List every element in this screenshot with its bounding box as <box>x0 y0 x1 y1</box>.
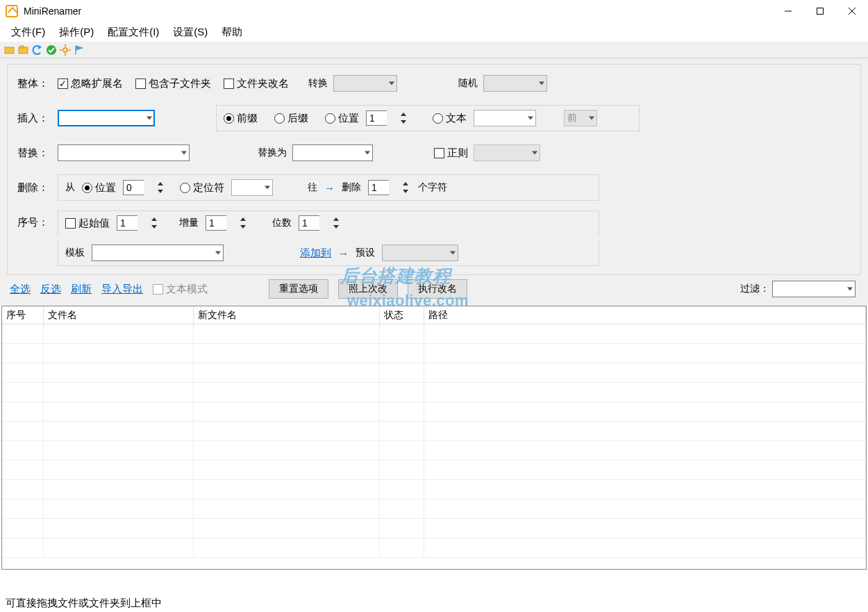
label-step: 增量 <box>179 217 199 229</box>
check-icon[interactable] <box>46 44 57 56</box>
num-insert-pos[interactable]: 1 <box>366 110 387 126</box>
btn-reset[interactable]: 重置选项 <box>269 279 328 299</box>
table-row[interactable] <box>2 480 866 499</box>
chk-rename-folder[interactable]: 文件夹改名 <box>224 77 289 90</box>
table-row[interactable] <box>2 383 866 402</box>
radio-position[interactable]: 位置 <box>325 112 359 125</box>
spin-step[interactable] <box>237 215 249 231</box>
combo-insert[interactable] <box>58 110 155 126</box>
label-preset: 预设 <box>356 247 375 259</box>
radio-text[interactable]: 文本 <box>433 112 467 125</box>
chk-text-mode[interactable]: 文本模式 <box>153 283 208 296</box>
table-header: 序号 文件名 新文件名 状态 路径 <box>2 306 866 324</box>
table-row[interactable] <box>2 402 866 422</box>
table-row[interactable] <box>2 519 866 538</box>
menu-file[interactable]: 文件(F) <box>6 24 51 40</box>
table-row[interactable] <box>2 499 866 519</box>
num-step[interactable]: 1 <box>206 215 226 231</box>
table-row[interactable] <box>2 461 866 480</box>
filter-group: 过滤 <box>740 281 856 297</box>
titlebar: MiniRenamer <box>0 0 868 22</box>
spin-del-count[interactable] <box>400 180 411 195</box>
maximize-button[interactable] <box>804 0 836 22</box>
menu-settings[interactable]: 设置(S) <box>167 24 213 40</box>
menu-profile[interactable]: 配置文件(I) <box>102 24 165 40</box>
th-seq[interactable]: 序号 <box>2 306 44 324</box>
menu-help[interactable]: 帮助 <box>216 24 248 40</box>
radio-locator[interactable]: 定位符 <box>180 181 224 195</box>
minimize-button[interactable] <box>772 0 804 22</box>
th-newname[interactable]: 新文件名 <box>194 306 380 324</box>
table-row[interactable] <box>2 363 866 383</box>
statusbar: 可直接拖拽文件或文件夹到上框中 <box>0 595 868 612</box>
combo-regex[interactable] <box>474 144 540 161</box>
seq-group2: 模板 添加到 → 预设 <box>58 240 599 266</box>
table-body[interactable] <box>2 324 866 558</box>
radio-prefix[interactable]: 前缀 <box>224 112 258 125</box>
th-status[interactable]: 状态 <box>380 306 424 324</box>
th-path[interactable]: 路径 <box>424 306 866 324</box>
link-select-all[interactable]: 全选 <box>10 283 31 296</box>
label-seq: 序号 <box>17 216 52 229</box>
menu-ops[interactable]: 操作(P) <box>53 24 99 40</box>
insert-group: 前缀 后缀 位置 1 文本 前 <box>216 105 640 131</box>
status-hint: 可直接拖拽文件或文件夹到上框中 <box>6 597 162 609</box>
num-start[interactable]: 1 <box>117 215 137 231</box>
spin-del-pos[interactable] <box>155 180 166 195</box>
spin-digits[interactable] <box>331 215 342 231</box>
link-invert[interactable]: 反选 <box>40 283 61 296</box>
row-seq2: 模板 添加到 → 预设 <box>17 240 851 266</box>
combo-locator[interactable] <box>231 179 273 196</box>
combo-convert[interactable] <box>333 75 397 92</box>
folder-icon[interactable] <box>4 44 15 56</box>
combo-replace-from[interactable] <box>58 144 190 161</box>
num-del-pos[interactable]: 0 <box>123 180 144 195</box>
radio-del-pos[interactable]: 位置 <box>82 181 116 195</box>
label-insert: 插入 <box>17 112 52 125</box>
link-group: 全选 反选 刷新 导入导出 <box>10 283 143 296</box>
gear-icon[interactable] <box>60 44 71 56</box>
label-del: 删除 <box>342 181 361 194</box>
row-overall: 整体 忽略扩展名 包含子文件夹 文件夹改名 转换 随机 <box>17 72 851 95</box>
arrow-right-icon[interactable]: → <box>324 182 335 194</box>
table-row[interactable] <box>2 422 866 441</box>
btn-execute[interactable]: 执行改名 <box>408 279 467 299</box>
arrow-icon-2: → <box>338 247 349 259</box>
delete-group: 从 位置 0 定位符 往 → 删除 1 个字符 <box>58 174 599 201</box>
link-import-export[interactable]: 导入导出 <box>101 283 143 296</box>
chk-ignore-ext[interactable]: 忽略扩展名 <box>58 77 123 90</box>
svg-point-9 <box>63 48 67 52</box>
num-digits[interactable]: 1 <box>299 215 319 231</box>
combo-filter[interactable] <box>772 281 856 297</box>
combo-template[interactable] <box>92 245 224 261</box>
label-replace: 替换 <box>17 147 52 160</box>
table-row[interactable] <box>2 344 866 363</box>
folder2-icon[interactable] <box>18 44 29 56</box>
radio-suffix[interactable]: 后缀 <box>274 112 308 125</box>
svg-point-8 <box>47 45 56 55</box>
chk-regex[interactable]: 正则 <box>434 147 468 160</box>
flag-icon[interactable] <box>74 44 85 56</box>
menubar: 文件(F) 操作(P) 配置文件(I) 设置(S) 帮助 <box>0 22 868 42</box>
num-del-count[interactable]: 1 <box>368 180 389 195</box>
undo-icon[interactable] <box>32 44 43 56</box>
spin-start[interactable] <box>149 215 160 231</box>
table-row[interactable] <box>2 538 866 558</box>
combo-insert-text[interactable] <box>474 110 536 126</box>
chk-start[interactable]: 起始值 <box>65 217 110 230</box>
spin-insert-pos[interactable] <box>398 110 409 126</box>
table-row[interactable] <box>2 324 866 344</box>
btn-last[interactable]: 照上次改 <box>338 279 398 299</box>
link-add-to[interactable]: 添加到 <box>300 247 331 260</box>
combo-replace-to[interactable] <box>292 144 373 161</box>
combo-front[interactable]: 前 <box>564 110 597 126</box>
label-random: 随机 <box>458 77 478 90</box>
close-button[interactable] <box>836 0 868 22</box>
combo-preset[interactable] <box>382 245 458 261</box>
table-row[interactable] <box>2 441 866 461</box>
combo-random[interactable] <box>483 75 547 92</box>
app-icon <box>6 5 18 17</box>
th-filename[interactable]: 文件名 <box>44 306 194 324</box>
link-refresh[interactable]: 刷新 <box>71 283 92 296</box>
chk-include-sub[interactable]: 包含子文件夹 <box>135 77 211 90</box>
